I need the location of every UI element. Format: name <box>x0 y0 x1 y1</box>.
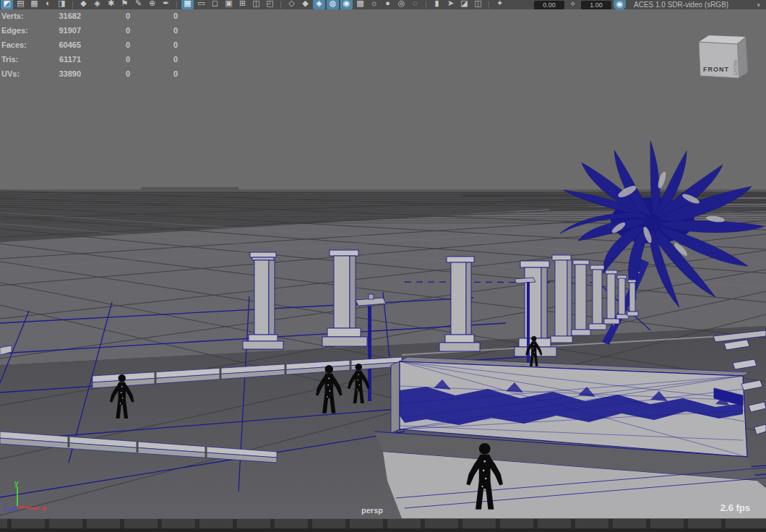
hud-row: Verts: 31682 0 0 <box>1 9 189 24</box>
motion-blur-icon[interactable]: ◌ <box>409 0 421 9</box>
exposure-icon[interactable]: ✦ <box>494 0 506 9</box>
axis-y-label: y <box>14 479 19 487</box>
cursor-tool-icon[interactable]: ➤ <box>444 0 457 9</box>
white-balance-icon[interactable]: ◉ <box>614 0 626 10</box>
grease-pencil-icon[interactable]: ✒ <box>160 0 172 9</box>
toolbar-separator <box>280 1 281 9</box>
lighting-icon[interactable]: ☼ <box>368 0 380 9</box>
heads-up-display: Verts: 31682 0 0 Edges: 91907 0 0 Faces:… <box>1 9 189 82</box>
gamma-icon[interactable]: ✧ <box>567 0 579 10</box>
bookmark-icon[interactable]: ⚑ <box>119 0 131 9</box>
hud-value: 0 <box>149 69 178 78</box>
toolbar-separator <box>72 1 73 9</box>
hud-value: 61171 <box>33 55 81 64</box>
default-material-icon[interactable]: ◉ <box>340 0 353 9</box>
ambient-occlusion-icon[interactable]: ◎ <box>395 0 408 9</box>
hud-label: UVs: <box>1 69 20 78</box>
selection-mask-icon[interactable]: ◩ <box>1 0 13 9</box>
hud-value: 0 <box>149 26 178 35</box>
view-transform-label: ACES 1.0 SDR-video (sRGB) <box>629 1 733 9</box>
exposure-field[interactable]: 0.00 <box>534 1 564 9</box>
hud-value: 0 <box>101 40 130 49</box>
hud-value: 33890 <box>33 69 81 78</box>
hud-value: 60465 <box>33 40 81 49</box>
film-gate-icon[interactable]: ▭ <box>195 0 207 9</box>
view-cube-front-label[interactable]: FRONT <box>695 66 737 73</box>
safe-action-icon[interactable]: ◫ <box>250 0 262 9</box>
isolate-select-icon[interactable]: ◪ <box>458 0 470 9</box>
panel-layout-icon[interactable]: ▤ <box>14 0 27 9</box>
axis-gizmo: y x z <box>3 479 53 515</box>
resolution-gate-icon[interactable]: ◻ <box>209 0 221 9</box>
texture-view-icon[interactable]: ◨ <box>56 0 68 9</box>
perspective-viewport[interactable]: Verts: 31682 0 0 Edges: 91907 0 0 Faces:… <box>0 9 766 518</box>
hud-value: 0 <box>101 26 130 35</box>
scene-canvas[interactable] <box>0 9 766 518</box>
shadows-icon[interactable]: ● <box>382 0 394 9</box>
hud-row: Tris: 61171 0 0 <box>1 53 189 67</box>
maya-window: ◩▤▦◐◨◆◈✱⚑✎⊕✒▦▭◻▣⊞◫◰◇◆◈◍◉▩☼●◎◌▮➤◪◫✦ 0.00 … <box>0 0 766 532</box>
gamma-field[interactable]: 1.00 <box>581 1 611 9</box>
hud-value: 0 <box>149 55 178 64</box>
hud-value: 0 <box>101 55 130 64</box>
textured-icon[interactable]: ◍ <box>327 0 339 9</box>
camera-attributes-icon[interactable]: ✱ <box>105 0 117 9</box>
hud-value: 0 <box>149 12 178 20</box>
layers-icon[interactable]: ▦ <box>28 0 40 9</box>
hud-value: 0 <box>149 40 178 49</box>
checker-icon[interactable]: ▩ <box>354 0 366 9</box>
image-plane-icon[interactable]: ✎ <box>132 0 145 9</box>
safe-title-icon[interactable]: ◰ <box>264 0 276 9</box>
hud-value: 91907 <box>33 26 81 35</box>
view-transform-dropdown[interactable]: ACES 1.0 SDR-video (sRGB) ▾ <box>629 0 766 9</box>
time-slider[interactable] <box>0 518 766 532</box>
hud-row: Edges: 91907 0 0 <box>1 24 189 38</box>
hud-label: Faces: <box>1 40 27 49</box>
hud-row: UVs: 33890 0 0 <box>1 67 189 82</box>
view-cube-right-label[interactable]: RIGHT <box>733 60 738 76</box>
range-slider-strip[interactable] <box>0 528 766 532</box>
gate-mask-icon[interactable]: ▣ <box>223 0 235 9</box>
hud-value: 0 <box>101 69 130 78</box>
hud-value: 0 <box>101 12 130 20</box>
chevron-down-icon: ▾ <box>757 1 760 9</box>
hud-label: Edges: <box>1 26 28 35</box>
wireframe-icon[interactable]: ◇ <box>285 0 298 9</box>
grid-icon[interactable]: ▦ <box>181 0 194 9</box>
render-sphere-icon[interactable]: ◐ <box>42 0 54 9</box>
shaded-icon[interactable]: ◆ <box>299 0 311 9</box>
axis-z-label: z <box>3 503 7 511</box>
exposure-slider-icon[interactable]: ▮ <box>431 0 443 9</box>
camera-name-label: persp <box>340 506 405 515</box>
hud-value: 31682 <box>33 12 81 20</box>
field-chart-icon[interactable]: ⊞ <box>236 0 249 9</box>
wireframe-on-shaded-icon[interactable]: ◈ <box>313 0 325 9</box>
toolbar-separator <box>426 1 426 9</box>
view-cube[interactable] <box>692 27 757 85</box>
lock-camera-icon[interactable]: ◈ <box>91 0 103 9</box>
axis-x-label: x <box>42 505 46 512</box>
time-slider-track[interactable] <box>0 518 766 528</box>
toolbar-separator <box>176 1 177 9</box>
hud-label: Verts: <box>1 12 24 20</box>
pan-zoom-icon[interactable]: ⊕ <box>146 0 158 9</box>
fps-counter: 2.6 fps <box>720 502 750 513</box>
hud-row: Faces: 60465 0 0 <box>1 38 189 53</box>
select-camera-icon[interactable]: ◆ <box>77 0 90 9</box>
toolbar-separator <box>489 1 489 9</box>
paint-select-icon[interactable]: ◫ <box>472 0 484 9</box>
hud-label: Tris: <box>1 55 18 64</box>
